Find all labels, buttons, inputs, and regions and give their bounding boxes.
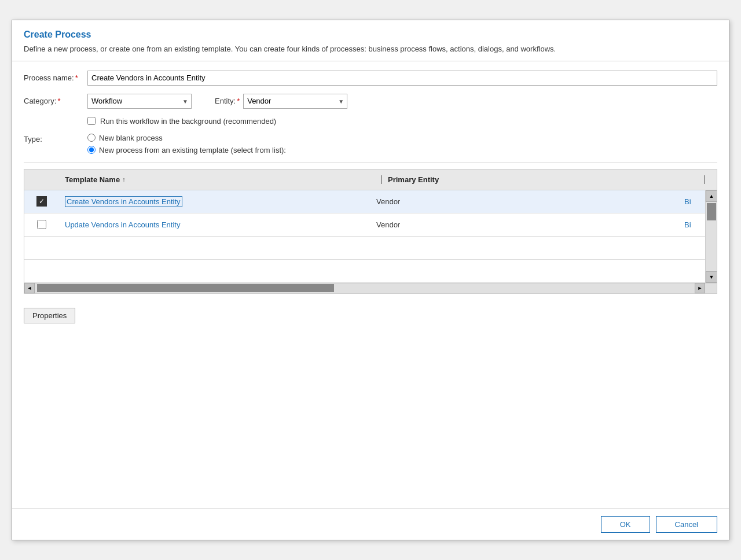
- template-name-link-1[interactable]: Create Vendors in Accounts Entity: [65, 196, 182, 207]
- table-header: Template Name ↑ Primary Entity: [24, 170, 717, 190]
- template-name-link-2[interactable]: Update Vendors in Accounts Entity: [65, 220, 180, 229]
- template-table-container: Template Name ↑ Primary Entity ✓: [24, 169, 717, 294]
- table-row[interactable]: ✓ Create Vendors in Accounts Entity Vend…: [24, 190, 705, 213]
- table-body-wrapper: ✓ Create Vendors in Accounts Entity Vend…: [24, 190, 717, 283]
- h-scroll-track[interactable]: [35, 283, 695, 293]
- entity-section: Entity:* Vendor: [215, 94, 347, 109]
- h-scroll-right-button[interactable]: ►: [695, 283, 705, 293]
- radio-blank-option: New blank process: [87, 134, 286, 142]
- entity-label: Entity:*: [215, 97, 240, 105]
- table-rows-area: ✓ Create Vendors in Accounts Entity Vend…: [24, 190, 705, 283]
- radio-template[interactable]: [87, 146, 96, 154]
- td-entity-col-2: Vendor: [370, 220, 682, 229]
- required-star-entity: *: [237, 97, 240, 105]
- td-checkbox-col-2: [24, 220, 59, 229]
- dialog-description: Define a new process, or create one from…: [24, 43, 717, 55]
- extra-link-2[interactable]: Bi: [684, 220, 691, 229]
- sort-arrow-icon: ↑: [122, 176, 126, 183]
- background-checkbox[interactable]: [87, 117, 96, 125]
- properties-section: Properties: [24, 305, 717, 323]
- required-star-name: *: [75, 73, 78, 82]
- table-row-empty2: [24, 260, 705, 283]
- scroll-thumb[interactable]: [707, 203, 716, 220]
- row1-checkbox[interactable]: ✓: [36, 196, 47, 207]
- section-separator: [24, 163, 717, 163]
- extra-link-1[interactable]: Bi: [684, 197, 691, 206]
- scroll-track: [706, 222, 717, 271]
- background-checkbox-row: Run this workflow in the background (rec…: [87, 117, 717, 126]
- radio-template-option: New process from an existing template (s…: [87, 146, 286, 154]
- h-scroll-left-button[interactable]: ◄: [24, 283, 35, 293]
- type-label: Type:: [24, 134, 87, 143]
- td-name-col-2: Update Vendors in Accounts Entity: [59, 220, 370, 229]
- td-entity-col-1: Vendor: [370, 197, 682, 206]
- table-row[interactable]: Update Vendors in Accounts Entity Vendor…: [24, 213, 705, 237]
- cancel-button[interactable]: Cancel: [656, 516, 717, 533]
- dialog-body: Process name:* Category:* Workflow Entit…: [12, 61, 729, 509]
- td-extra-col-2: Bi: [682, 220, 705, 229]
- type-radio-group: New blank process New process from an ex…: [87, 134, 286, 154]
- scroll-up-button[interactable]: ▲: [706, 190, 717, 202]
- entity-select-wrapper: Vendor: [243, 94, 347, 109]
- h-scroll-thumb[interactable]: [37, 284, 334, 292]
- horizontal-scrollbar[interactable]: ◄ ►: [24, 283, 717, 293]
- th-template-name[interactable]: Template Name ↑: [59, 175, 382, 184]
- process-name-input[interactable]: [87, 71, 717, 86]
- td-name-col-1: Create Vendors in Accounts Entity: [59, 197, 370, 206]
- dialog-title: Create Process: [24, 30, 717, 40]
- required-star-category: *: [57, 97, 60, 105]
- vertical-scrollbar[interactable]: ▲ ▼: [705, 190, 717, 283]
- category-label: Category:*: [24, 97, 87, 105]
- category-entity-row: Category:* Workflow Entity:* Vendor: [24, 94, 717, 109]
- category-select-wrapper: Workflow: [87, 94, 192, 109]
- radio-blank[interactable]: [87, 134, 96, 142]
- background-checkbox-label: Run this workflow in the background (rec…: [100, 117, 276, 126]
- radio-blank-label: New blank process: [99, 134, 163, 142]
- scroll-down-button[interactable]: ▼: [706, 271, 717, 283]
- dialog-footer: OK Cancel: [12, 509, 729, 540]
- process-name-row: Process name:*: [24, 71, 717, 86]
- radio-template-label: New process from an existing template (s…: [99, 146, 286, 154]
- table-row-empty: [24, 237, 705, 260]
- ok-button[interactable]: OK: [601, 516, 650, 533]
- type-row: Type: New blank process New process from…: [24, 134, 717, 154]
- row2-checkbox[interactable]: [37, 220, 46, 229]
- td-checkbox-col-1: ✓: [24, 196, 59, 207]
- properties-button[interactable]: Properties: [24, 308, 75, 323]
- category-select[interactable]: Workflow: [87, 94, 192, 109]
- process-name-label: Process name:*: [24, 73, 87, 82]
- create-process-dialog: Create Process Define a new process, or …: [12, 20, 729, 540]
- td-extra-col-1: Bi: [682, 197, 705, 206]
- entity-select[interactable]: Vendor: [243, 94, 347, 109]
- th-primary-entity[interactable]: Primary Entity: [382, 175, 705, 184]
- dialog-header: Create Process Define a new process, or …: [12, 20, 729, 61]
